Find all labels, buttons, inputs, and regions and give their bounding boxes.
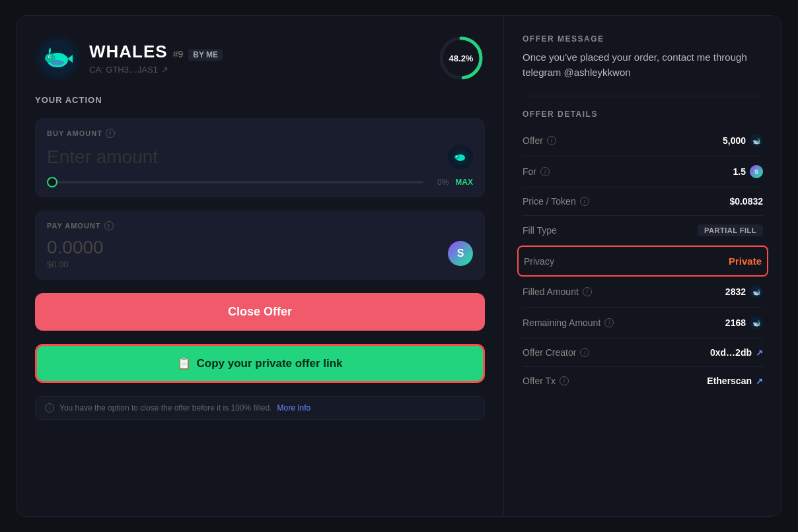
more-info-link[interactable]: More Info bbox=[277, 403, 311, 413]
remaining-coin-icon: 🐋 bbox=[750, 316, 763, 329]
ca-external-link[interactable]: ↗ bbox=[161, 65, 168, 75]
token-header: WHALES #9 BY ME CA: GTH3…JAS1 ↗ 48.2% bbox=[35, 34, 485, 82]
token-ca: CA: GTH3…JAS1 ↗ bbox=[89, 65, 428, 75]
filled-info-icon[interactable]: i bbox=[583, 287, 592, 296]
privacy-label: Privacy bbox=[524, 256, 554, 267]
token-number: #9 bbox=[173, 49, 184, 59]
offer-message-text: Once you've placed your order, contact m… bbox=[523, 50, 763, 80]
filled-amount-label: Filled Amount i bbox=[523, 286, 592, 297]
detail-row-creator: Offer Creator i 0xd…2db ↗ bbox=[523, 339, 763, 367]
offer-tx-label: Offer Tx i bbox=[523, 376, 569, 386]
detail-row-offer: Offer i 5,000 🐋 bbox=[523, 125, 763, 156]
pay-amount-info-icon[interactable]: i bbox=[104, 221, 114, 230]
svg-point-4 bbox=[50, 56, 51, 57]
privacy-value: Private bbox=[729, 255, 762, 267]
offer-coin-icon: 🐋 bbox=[750, 134, 763, 147]
remaining-amount-value: 2168 🐋 bbox=[725, 316, 763, 329]
offer-details-section: OFFER DETAILS Offer i 5,000 🐋 For i bbox=[523, 96, 763, 395]
sol-badge-icon: S bbox=[750, 165, 763, 178]
offer-tx-value: Etherscan ↗ bbox=[707, 376, 763, 386]
buy-amount-section: BUY AMOUNT i Enter amount 0 bbox=[35, 118, 485, 197]
info-note: i You have the option to close the offer… bbox=[35, 396, 485, 420]
close-offer-button[interactable]: Close Offer bbox=[35, 293, 485, 331]
offer-message-title: OFFER MESSAGE bbox=[523, 34, 763, 44]
token-info: WHALES #9 BY ME CA: GTH3…JAS1 ↗ bbox=[89, 42, 428, 75]
token-avatar bbox=[35, 36, 80, 81]
creator-external-link[interactable]: ↗ bbox=[756, 348, 763, 358]
solana-icon: S bbox=[448, 241, 473, 266]
filled-coin-icon: 🐋 bbox=[750, 285, 763, 298]
tx-info-icon[interactable]: i bbox=[560, 376, 569, 385]
remaining-amount-label: Remaining Amount i bbox=[523, 317, 614, 328]
fill-type-label: Fill Type bbox=[523, 225, 557, 236]
progress-circle: 48.2% bbox=[437, 34, 485, 82]
svg-point-11 bbox=[456, 156, 458, 157]
left-panel: WHALES #9 BY ME CA: GTH3…JAS1 ↗ 48.2% bbox=[17, 16, 504, 516]
token-by-me-badge: BY ME bbox=[188, 49, 223, 61]
pay-amount-value: 0.0000 bbox=[47, 237, 104, 258]
svg-point-5 bbox=[51, 60, 64, 65]
pay-amount-row: 0.0000 $0.00 S bbox=[47, 237, 473, 269]
slider-track[interactable] bbox=[47, 181, 423, 183]
slider-thumb[interactable] bbox=[47, 177, 57, 187]
token-name-row: WHALES #9 BY ME bbox=[89, 42, 428, 62]
progress-circle-container: 48.2% bbox=[437, 34, 485, 82]
detail-row-remaining: Remaining Amount i 2168 🐋 bbox=[523, 308, 763, 339]
right-panel: OFFER MESSAGE Once you've placed your or… bbox=[504, 16, 781, 516]
token-name: WHALES bbox=[89, 42, 168, 62]
copy-link-label: Copy your private offer link bbox=[196, 357, 342, 370]
filled-amount-value: 2832 🐋 bbox=[725, 285, 763, 298]
etherscan-link[interactable]: ↗ bbox=[756, 376, 763, 386]
pay-amount-section: PAY AMOUNT i 0.0000 $0.00 S bbox=[35, 211, 485, 280]
buy-amount-info-icon[interactable]: i bbox=[106, 129, 115, 138]
detail-row-fill-type: Fill Type PARTIAL FILL bbox=[523, 216, 763, 246]
pay-amount-label: PAY AMOUNT i bbox=[47, 221, 473, 230]
offer-info-icon[interactable]: i bbox=[547, 136, 556, 145]
offer-value: 5,000 🐋 bbox=[723, 134, 763, 147]
buy-amount-input[interactable]: Enter amount bbox=[47, 147, 158, 168]
partial-fill-badge: PARTIAL FILL bbox=[698, 224, 763, 236]
svg-point-10 bbox=[454, 155, 460, 159]
for-label: For i bbox=[523, 166, 550, 177]
price-label: Price / Token i bbox=[523, 196, 589, 207]
offer-creator-label: Offer Creator i bbox=[523, 347, 589, 358]
detail-row-for: For i 1.5 S bbox=[523, 156, 763, 187]
info-note-icon: i bbox=[45, 403, 54, 413]
main-container: WHALES #9 BY ME CA: GTH3…JAS1 ↗ 48.2% bbox=[16, 15, 782, 517]
detail-row-tx: Offer Tx i Etherscan ↗ bbox=[523, 367, 763, 395]
offer-creator-value: 0xd…2db ↗ bbox=[710, 347, 763, 358]
remaining-info-icon[interactable]: i bbox=[604, 318, 614, 327]
slider-pct: 0% bbox=[430, 178, 449, 187]
copy-private-link-button[interactable]: 📋 Copy your private offer link bbox=[35, 344, 485, 383]
info-note-text: You have the option to close the offer b… bbox=[59, 403, 272, 413]
slider-max-button[interactable]: MAX bbox=[455, 178, 473, 187]
pay-amount-usd: $0.00 bbox=[47, 259, 104, 269]
buy-token-icon bbox=[448, 145, 473, 170]
price-value: $0.0832 bbox=[729, 196, 763, 207]
ca-text: CA: GTH3…JAS1 bbox=[89, 65, 158, 75]
your-action-label: YOUR ACTION bbox=[35, 95, 485, 105]
buy-amount-row: Enter amount bbox=[47, 145, 473, 170]
for-info-icon[interactable]: i bbox=[540, 167, 550, 176]
detail-row-filled: Filled Amount i 2832 🐋 bbox=[523, 277, 763, 308]
buy-amount-label: BUY AMOUNT i bbox=[47, 129, 473, 138]
whale-nft-icon bbox=[40, 40, 75, 76]
for-value: 1.5 S bbox=[733, 165, 763, 178]
privacy-row: Privacy Private bbox=[517, 246, 768, 277]
creator-info-icon[interactable]: i bbox=[580, 348, 589, 357]
offer-details-title: OFFER DETAILS bbox=[523, 110, 763, 119]
progress-label: 48.2% bbox=[449, 53, 474, 63]
copy-link-icon: 📋 bbox=[177, 356, 191, 370]
price-info-icon[interactable]: i bbox=[580, 197, 589, 206]
detail-row-price: Price / Token i $0.0832 bbox=[523, 187, 763, 216]
slider-row: 0% MAX bbox=[47, 178, 473, 187]
offer-label: Offer i bbox=[523, 135, 556, 146]
